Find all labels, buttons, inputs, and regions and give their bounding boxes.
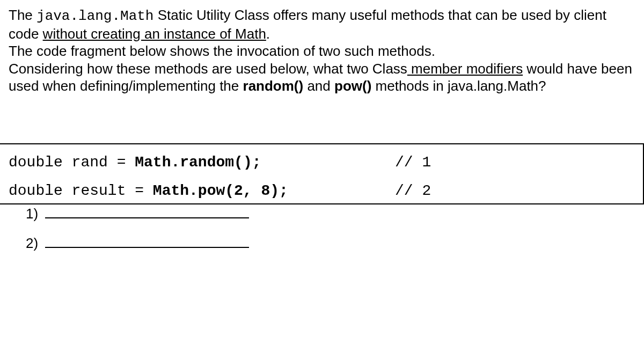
text: Considering how these methods are used b…	[9, 61, 407, 77]
code-comment: // 1	[395, 154, 431, 171]
code-bold: Math.random();	[135, 154, 261, 171]
answer-blank-1[interactable]	[45, 217, 249, 218]
answer-row-1: 1)	[26, 206, 635, 222]
text: The code fragment below shows the invoca…	[9, 43, 435, 59]
answer-label-1: 1)	[26, 206, 38, 222]
answers-area: 1) 2)	[26, 206, 635, 252]
code-fragment-box: double rand = Math.random(); // 1 double…	[0, 143, 644, 204]
question-paragraph: The java.lang.Math Static Utility Class …	[9, 6, 635, 95]
text: and	[303, 78, 334, 94]
text: The	[9, 7, 36, 23]
code-comment: // 2	[395, 182, 431, 199]
text: .	[266, 26, 270, 42]
answer-row-2: 2)	[26, 235, 635, 252]
bold-text: random()	[243, 78, 304, 94]
underline-text: member modifiers	[407, 61, 523, 77]
underline-text: without creating an instance of Math	[43, 26, 266, 42]
code-line-1: double rand = Math.random(); // 1	[9, 154, 634, 171]
bold-text: pow()	[334, 78, 371, 94]
code-text: double rand =	[9, 154, 135, 171]
text: methods in java.lang.Math?	[371, 78, 546, 94]
answer-blank-2[interactable]	[45, 247, 249, 248]
code-text: double result =	[9, 182, 153, 199]
code-line-2: double result = Math.pow(2, 8); // 2	[9, 182, 634, 199]
answer-label-2: 2)	[26, 235, 38, 251]
code-inline: java.lang.Math	[36, 8, 153, 24]
code-bold: Math.pow(2, 8);	[153, 182, 288, 199]
